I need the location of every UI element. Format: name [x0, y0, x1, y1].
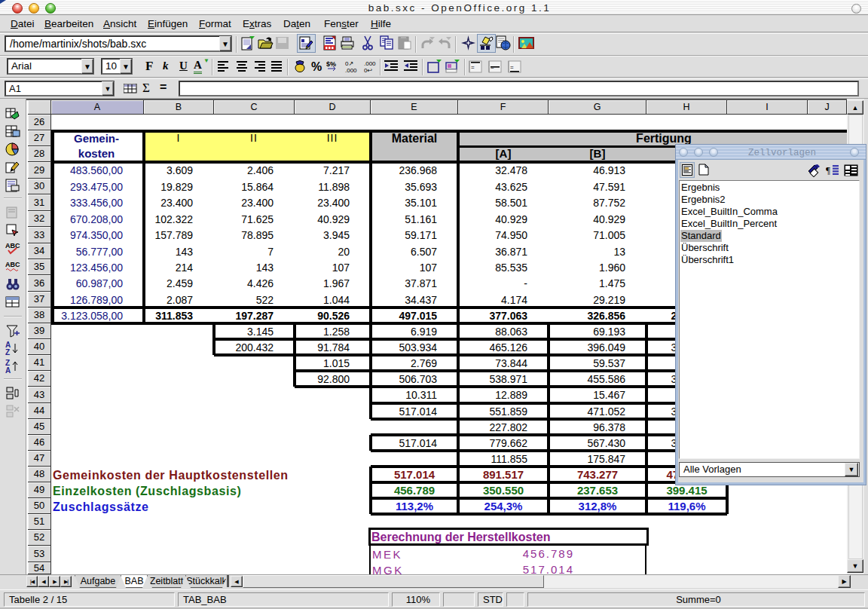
svg-text:Z: Z — [5, 348, 10, 356]
svg-text:=: = — [471, 64, 475, 71]
svg-text:ABC: ABC — [5, 242, 20, 249]
svg-text:=: = — [510, 64, 514, 71]
svg-text:.000: .000 — [364, 60, 376, 67]
svg-text:0↗: 0↗ — [345, 60, 353, 67]
svg-text:.000: .000 — [345, 67, 357, 73]
svg-text:$%: $% — [326, 60, 336, 68]
svg-text:¶: ¶ — [826, 164, 830, 176]
svg-text:0↩: 0↩ — [364, 67, 372, 73]
svg-text:A: A — [5, 366, 11, 374]
svg-text:=: = — [491, 64, 494, 71]
svg-text:ABC: ABC — [5, 261, 20, 268]
